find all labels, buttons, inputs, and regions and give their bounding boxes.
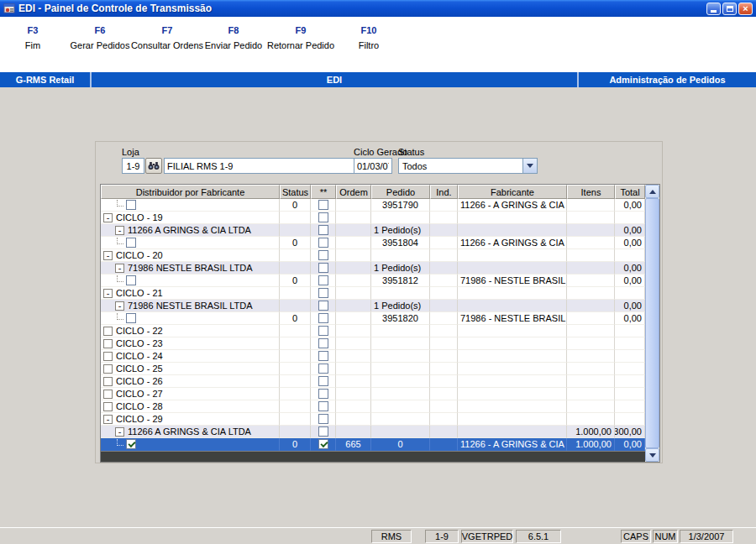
transmit-checkbox[interactable] [318,326,328,336]
grid-cell [336,413,371,426]
grid-row-ciclo[interactable]: CICLO - 27 [101,388,645,400]
grid-cell [430,337,458,350]
grid-row-pedido[interactable]: 0395180411266 - A GRINGS & CIA0,00 [101,237,645,249]
grid-row-pedido[interactable]: 0395179011266 - A GRINGS & CIA0,00 [101,199,645,212]
column-header-fabricante[interactable]: Fabricante [458,185,567,199]
transmit-checkbox[interactable] [318,263,328,273]
grid-cell [615,375,645,388]
transmit-checkbox[interactable] [318,238,328,248]
loja-name-input[interactable] [164,158,362,174]
grid-row-ciclo[interactable]: -CICLO - 21 [101,287,645,300]
column-header-check[interactable]: ** [311,185,336,199]
column-header-ordem[interactable]: Ordem [336,185,371,199]
collapse-icon[interactable]: - [103,213,113,222]
close-button[interactable]: × [738,3,753,15]
toolbar-item-gerar-pedidos[interactable]: F6 Gerar Pedidos [66,25,134,50]
minimize-button[interactable] [706,3,721,15]
scrollbar-track[interactable] [645,198,659,448]
transmit-checkbox[interactable] [318,401,328,411]
transmit-checkbox[interactable] [318,200,328,210]
row-checkbox[interactable] [126,200,136,210]
column-header-itens[interactable]: Itens [567,185,615,199]
column-header-ind[interactable]: Ind. [430,185,458,199]
grid-row-ciclo[interactable]: -CICLO - 29 [101,413,645,426]
grid-row-ciclo[interactable]: -CICLO - 20 [101,249,645,262]
grid-cell: -71986 NESTLE BRASIL LTDA [101,262,280,275]
collapse-icon[interactable]: - [103,251,113,260]
grid-cell [280,212,311,224]
transmit-checkbox[interactable] [318,414,328,424]
collapse-icon[interactable]: - [103,289,113,298]
expand-icon[interactable] [103,402,113,411]
scroll-down-button[interactable] [645,448,659,462]
grid-row-ciclo[interactable]: -CICLO - 19 [101,212,645,224]
grid-row-ciclo[interactable]: CICLO - 22 [101,325,645,337]
transmit-checkbox[interactable] [318,313,328,323]
title-bar[interactable]: EDI - Painel de Controle de Transmissão … [0,0,756,17]
transmit-checkbox[interactable] [318,364,328,374]
transmit-checkbox[interactable] [318,426,328,437]
grid-cell [311,438,336,451]
row-checkbox[interactable] [126,238,136,248]
restore-button[interactable] [722,3,737,15]
collapse-icon[interactable]: - [103,415,113,424]
transmit-checkbox[interactable] [318,338,328,348]
grid-row-pedido[interactable]: 0395182071986 - NESTLE BRASIL0,00 [101,312,645,325]
grid-row-fabricante[interactable]: -11266 A GRINGS & CIA LTDA1 Pedido(s)0,0… [101,224,645,237]
grid-row-fabricante[interactable]: -71986 NESTLE BRASIL LTDA1 Pedido(s)0,00 [101,300,645,312]
loja-code-input[interactable] [122,158,144,174]
toolbar-item-filtro[interactable]: F10 Filtro [344,25,394,50]
toolbar-item-enviar-pedido[interactable]: F8 Enviar Pedido [200,25,267,50]
transmit-checkbox[interactable] [318,288,328,298]
transmit-checkbox[interactable] [318,376,328,386]
row-checkbox[interactable] [126,313,136,323]
transmit-checkbox[interactable] [318,225,328,235]
expand-icon[interactable] [103,327,113,336]
transmit-checkbox[interactable] [318,301,328,311]
toolbar-item-consultar-ordens[interactable]: F7 Consultar Ordens [129,25,206,50]
grid-row-pedido[interactable]: 0395181271986 - NESTLE BRASIL0,00 [101,275,645,287]
status-select[interactable]: Todos [398,158,538,174]
transmit-checkbox[interactable] [318,389,328,399]
grid-row-ciclo[interactable]: CICLO - 23 [101,337,645,350]
transmit-checkbox[interactable] [318,439,328,449]
close-icon: × [743,4,748,13]
transmit-checkbox[interactable] [318,250,328,260]
collapse-icon[interactable]: - [115,264,124,273]
transmit-checkbox[interactable] [318,212,328,222]
dropdown-arrow-button[interactable] [522,159,537,173]
grid-cell [336,312,371,325]
expand-icon[interactable] [103,364,113,374]
vertical-scrollbar[interactable] [645,185,659,462]
transmit-checkbox[interactable] [318,275,328,285]
column-header-status[interactable]: Status [280,185,311,199]
transmit-checkbox[interactable] [318,351,328,361]
grid-cell [280,325,311,337]
grid-row-ciclo[interactable]: CICLO - 25 [101,363,645,375]
expand-icon[interactable] [103,339,113,348]
expand-icon[interactable] [103,390,113,399]
toolbar-item-retornar-pedido[interactable]: F9 Retornar Pedido [262,25,339,50]
expand-icon[interactable] [103,377,113,386]
grid-row-ciclo[interactable]: CICLO - 24 [101,350,645,363]
grid-row-ciclo[interactable]: CICLO - 28 [101,400,645,413]
grid-row-fabricante[interactable]: -71986 NESTLE BRASIL LTDA1 Pedido(s)0,00 [101,262,645,275]
column-header-distribuidor[interactable]: Distribuidor por Fabricante [101,185,280,199]
column-header-pedido[interactable]: Pedido [371,185,430,199]
row-checkbox[interactable] [126,275,136,285]
collapse-icon[interactable]: - [115,226,124,235]
statusbar-program: VGETRPED [461,530,513,543]
scroll-up-button[interactable] [645,185,659,198]
grid-row-fabricante[interactable]: -11266 A GRINGS & CIA LTDA1.000,00300,00 [101,426,645,438]
row-checkbox[interactable] [126,439,136,449]
scrollbar-thumb[interactable] [645,198,659,448]
collapse-icon[interactable]: - [115,427,124,437]
ciclo-gerado-input[interactable] [354,158,392,174]
grid-row-ciclo[interactable]: CICLO - 26 [101,375,645,388]
column-header-total[interactable]: Total [615,185,645,199]
toolbar-item-fim[interactable]: F3 Fim [8,25,58,50]
loja-search-button[interactable] [145,158,162,174]
expand-icon[interactable] [103,352,113,361]
grid-row-pedido[interactable]: 0665011266 - A GRINGS & CIA1.000,000,00 [101,438,645,451]
collapse-icon[interactable]: - [115,301,124,311]
